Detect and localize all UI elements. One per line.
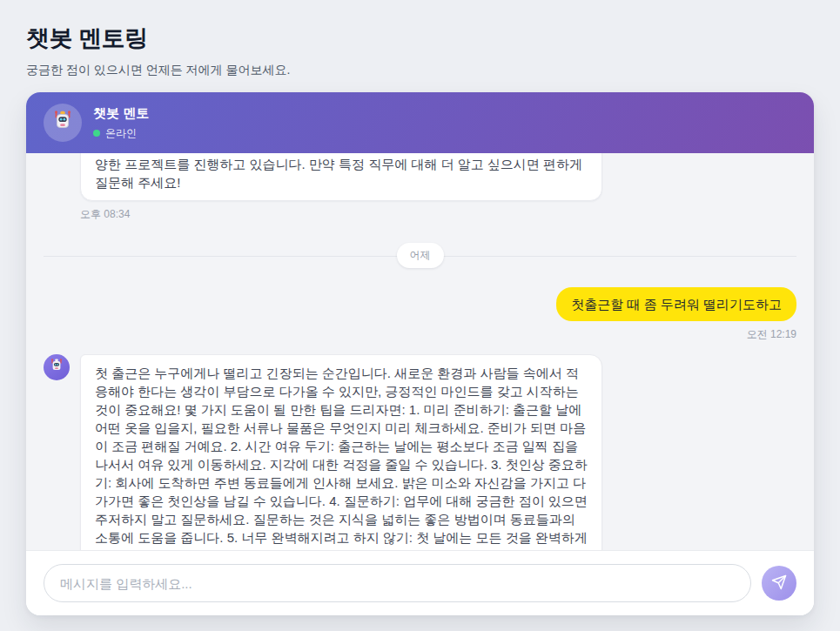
- bot-message-avatar: [44, 354, 70, 380]
- send-button[interactable]: [762, 566, 796, 601]
- chatbot-mentoring-page: 챗봇 멘토링 궁금한 점이 있으시면 언제든 저에게 물어보세요.: [0, 0, 840, 615]
- message-composer: [26, 550, 814, 615]
- status-row: 온라인: [93, 126, 149, 141]
- message-input[interactable]: [44, 564, 751, 602]
- user-message-row: 첫출근할 때 좀 두려워 떨리기도하고: [44, 287, 796, 321]
- bot-message-row: 오브릭스는 교육 콘텐츠 전문 기업입니다. 예를 들어, 콘텐츠 운영 직무에…: [44, 153, 796, 201]
- page-title: 챗봇 멘토링: [26, 23, 814, 54]
- chat-messages[interactable]: 오브릭스는 교육 콘텐츠 전문 기업입니다. 예를 들어, 콘텐츠 운영 직무에…: [26, 153, 814, 550]
- bot-name: 챗봇 멘토: [93, 105, 149, 122]
- bot-message-bubble: 첫 출근은 누구에게나 떨리고 긴장되는 순간입니다. 새로운 환경과 사람들 …: [80, 354, 602, 550]
- message-timestamp: 오전 12:19: [44, 327, 796, 342]
- paper-plane-icon: [771, 574, 787, 593]
- online-status-label: 온라인: [105, 126, 137, 141]
- date-divider: 어제: [44, 243, 796, 268]
- bot-message-row: 첫 출근은 누구에게나 떨리고 긴장되는 순간입니다. 새로운 환경과 사람들 …: [44, 354, 796, 550]
- date-divider-label: 어제: [397, 243, 444, 268]
- page-subtitle: 궁금한 점이 있으시면 언제든 저에게 물어보세요.: [26, 63, 814, 78]
- bot-avatar: [44, 104, 82, 142]
- user-message-bubble: 첫출근할 때 좀 두려워 떨리기도하고: [556, 287, 796, 321]
- message-timestamp: 오후 08:34: [80, 207, 796, 222]
- chat-header: 챗봇 멘토 온라인: [26, 92, 814, 153]
- robot-icon: [48, 357, 65, 378]
- bot-identity: 챗봇 멘토 온라인: [93, 105, 149, 141]
- online-dot: [93, 130, 100, 137]
- robot-icon: [50, 108, 76, 138]
- chat-card: 챗봇 멘토 온라인: [26, 92, 814, 615]
- bot-message-bubble: 오브릭스는 교육 콘텐츠 전문 기업입니다. 예를 들어, 콘텐츠 운영 직무에…: [80, 153, 602, 201]
